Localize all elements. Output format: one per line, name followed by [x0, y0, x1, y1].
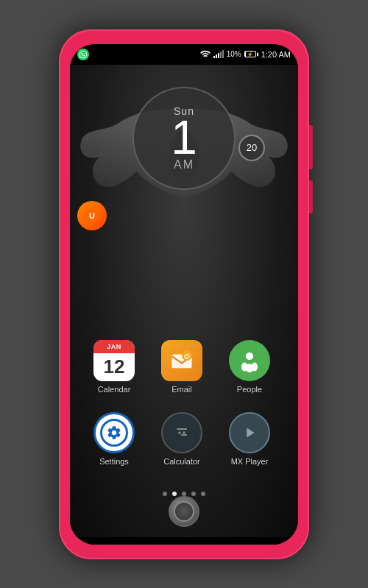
uc-icon-shape: U — [77, 201, 107, 230]
wallpaper: Sun 1 AM 20 U — [70, 65, 298, 537]
clock-date: 1 — [171, 114, 197, 161]
dot-4 — [201, 492, 205, 496]
nav-bar — [70, 537, 298, 545]
time-display: 1:20 AM — [261, 50, 291, 59]
svg-text:@: @ — [184, 352, 190, 359]
uc-browser-icon[interactable]: U — [77, 201, 107, 230]
calculator-label: Calculator — [163, 457, 200, 466]
home-button-inner — [174, 501, 194, 522]
calendar-app[interactable]: JAN 12 Calendar — [93, 340, 135, 406]
calendar-label: Calendar — [98, 385, 131, 394]
dot-0 — [163, 492, 167, 496]
email-icon: @ — [161, 340, 202, 381]
svg-point-5 — [246, 352, 253, 359]
minute-value: 20 — [247, 142, 257, 153]
status-bar: 10% ⚡ 1:20 AM — [70, 44, 298, 65]
email-label: Email — [171, 385, 192, 394]
svg-point-10 — [183, 431, 185, 434]
calculator-app[interactable]: Calculator — [161, 412, 202, 478]
phone-screen: 10% ⚡ 1:20 AM — [70, 44, 298, 545]
status-right: 10% ⚡ 1:20 AM — [200, 50, 291, 59]
clock-widget: Sun 1 AM — [132, 87, 236, 190]
svg-point-9 — [178, 431, 181, 434]
signal-icon — [213, 50, 224, 58]
calculator-icon — [161, 412, 202, 453]
settings-label: Settings — [99, 457, 129, 466]
calendar-number: 12 — [104, 353, 125, 381]
home-button[interactable] — [169, 496, 199, 527]
wifi-icon — [200, 50, 210, 58]
calendar-date-num: 12 — [104, 355, 125, 378]
status-left — [77, 49, 89, 60]
mxplayer-app[interactable]: MX Player — [229, 412, 270, 478]
calendar-header: JAN — [93, 340, 135, 353]
email-app[interactable]: @ Email — [161, 340, 202, 406]
battery-percent: 10% — [227, 50, 241, 58]
people-icon — [229, 340, 270, 381]
svg-text:U: U — [89, 210, 95, 219]
whatsapp-notification-icon — [77, 49, 89, 60]
battery-icon: ⚡ — [244, 51, 256, 57]
people-app[interactable]: People — [229, 340, 270, 406]
settings-app[interactable]: Settings — [93, 412, 135, 478]
phone-frame: 10% ⚡ 1:20 AM — [59, 29, 309, 559]
clock-ampm: AM — [174, 158, 194, 171]
mxplayer-icon — [229, 412, 270, 453]
home-button-area — [169, 496, 199, 527]
people-label: People — [237, 385, 262, 394]
app-grid: JAN 12 Calendar @ — [85, 340, 283, 478]
mxplayer-label: MX Player — [231, 457, 269, 466]
calendar-icon: JAN 12 — [93, 340, 135, 381]
settings-icon — [93, 412, 135, 453]
svg-point-8 — [252, 362, 258, 371]
minute-badge: 20 — [238, 135, 265, 161]
